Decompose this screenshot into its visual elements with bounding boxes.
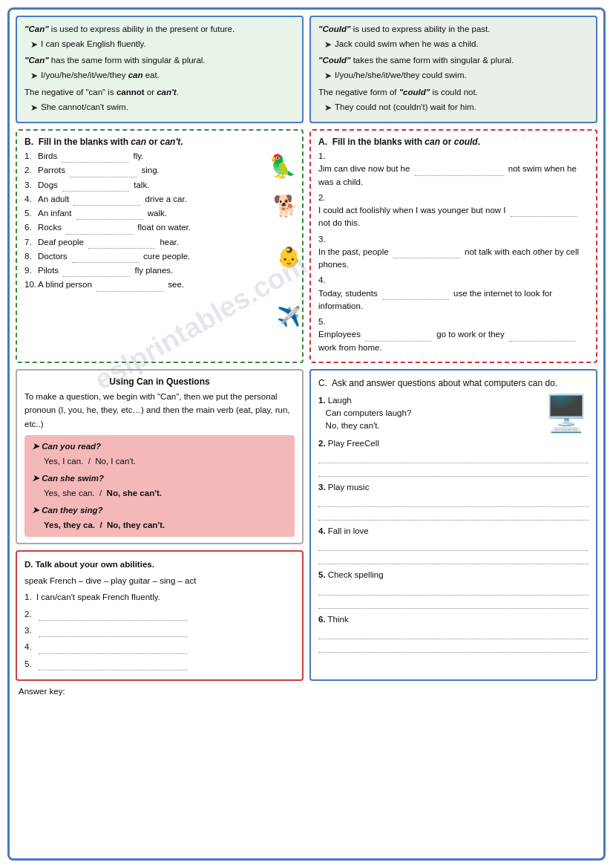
exercise-a-item-3: 3. In the past, people not talk with eac… [318,233,589,272]
c-item-4: 4. Fall in love [318,525,589,564]
exercise-a-title: A. Fill in the blanks with can or could. [318,137,589,147]
page: eslprintables.com "Can" is used to expre… [7,7,606,861]
could-intro: "Could" is used to express ability in th… [318,25,490,33]
exercise-a-item-1: 1. Jim can dive now but he not swim when… [318,150,589,189]
exercise-b-item-1: 1. Birds fly. [24,150,295,163]
exercise-c: C. Ask and answer questions about what c… [309,369,597,681]
dog-icon: 🐕 [273,194,299,218]
baby-icon: 👶 [277,246,301,269]
c-item-6: 6. Think [318,613,589,653]
could-bullet-2: ➤ I/you/he/she/it/we/they could swim. [324,69,589,83]
exercise-d-blank-5: 5. [24,657,295,670]
right-bottom: C. Ask and answer questions about what c… [309,369,597,681]
can-same-form: "Can" has the same form with singular & … [24,54,295,68]
exercise-d: D. Talk about your own abilities. speak … [16,550,304,681]
computer-icon: 🖥️ [544,387,589,440]
exercise-a: A. Fill in the blanks with can or could.… [309,129,597,363]
exercise-b-item-3: 3. Dogs talk. [24,179,295,192]
middle-section: B. Fill in the blanks with can or can't.… [16,129,597,363]
exercise-d-title: D. Talk about your own abilities. [24,558,295,571]
top-section: "Can" is used to express ability in the … [16,16,597,123]
exercise-b-item-10: 10. A blind person see. [24,278,295,291]
info-box-could: "Could" is used to express ability in th… [309,16,597,123]
example-1: ➤ Can you read? Yes, I can. / No, I can'… [32,440,287,469]
exercise-b-item-7: 7. Deaf people hear. [24,236,295,249]
exercise-a-item-4: 4. Today, students use the internet to l… [318,274,589,313]
example-2: ➤ Can she swim? Yes, she can. / No, she … [32,471,287,500]
bird-icon: 🦜 [269,153,296,179]
c-item-3: 3. Play music [318,481,589,521]
can-intro: "Can" is used to express ability in the … [24,25,235,33]
could-bullet-1: ➤ Jack could swim when he was a child. [324,38,589,52]
exercise-b: B. Fill in the blanks with can or can't.… [16,129,304,363]
exercise-d-blank-4: 4. [24,640,295,653]
answer-key: Answer key: [16,685,597,697]
exercise-d-blank-2: 2. [24,607,295,621]
c-item-2: 2. Play FreeCell [318,437,589,477]
exercise-d-example: 1. I can/can't speak French fluently. [24,590,295,604]
could-same-form: "Could" takes the same form with singula… [318,54,589,68]
exercise-b-item-8: 8. Doctors cure people. [24,250,295,263]
exercise-d-blank-3: 3. [24,624,295,637]
exercise-b-title: B. Fill in the blanks with can or can't. [24,137,295,147]
exercise-b-item-4: 4. An adult drive a car. [24,193,295,206]
c-item-5: 5. Check spelling [318,569,589,608]
exercise-c-title: C. Ask and answer questions about what c… [318,376,589,390]
left-bottom: Using Can in Questions To make a questio… [16,369,304,681]
can-bullet-3: ➤ She cannot/can't swim. [30,101,295,115]
exercise-b-item-9: 9. Pilots fly planes. [24,264,295,277]
exercise-b-item-2: 2. Parrots sing. [24,164,295,177]
pink-examples: ➤ Can you read? Yes, I can. / No, I can'… [24,435,295,537]
exercise-a-item-2: 2. I could act foolishly when I was youn… [318,192,589,230]
exercise-d-subtitle: speak French – dive – play guitar – sing… [24,574,295,587]
using-can-text: To make a question, we begin with "Can",… [24,390,295,431]
could-bullet-3: ➤ They could not (couldn't) wait for him… [324,101,589,115]
using-can-title: Using Can in Questions [24,376,295,387]
example-3: ➤ Can they sing? Yes, they ca. / No, the… [32,503,287,532]
can-bullet-2: ➤ I/you/he/she/it/we/they can eat. [30,69,295,83]
can-negative: The negative of "can" is cannot or can't… [24,86,295,99]
pilot-icon: ✈️ [277,305,301,328]
using-can-box: Using Can in Questions To make a questio… [16,369,304,544]
can-bullet-1: ➤ I can speak English fluently. [30,38,295,52]
info-box-can: "Can" is used to express ability in the … [16,16,304,123]
bottom-section: Using Can in Questions To make a questio… [16,369,597,681]
could-negative: The negative form of "could" is could no… [318,86,589,99]
exercise-b-item-5: 5. An infant walk. [24,207,295,220]
exercise-a-item-5: 5. Employees go to work or they work fro… [318,316,589,354]
exercise-b-item-6: 6. Rocks float on water. [24,221,295,234]
